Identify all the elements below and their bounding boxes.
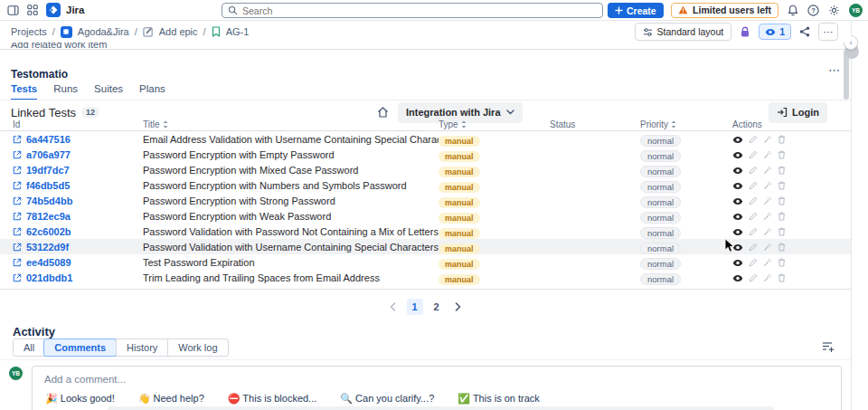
edit-test-button[interactable] xyxy=(749,150,758,159)
restrictions-lock-button[interactable] xyxy=(740,26,750,38)
quick-reply-button[interactable]: ✅ This is on track xyxy=(458,393,540,405)
comment-composer[interactable]: Add a comment... 🎉 Looks good!👋 Need hel… xyxy=(32,366,842,410)
activity-tab-history[interactable]: History xyxy=(116,339,167,356)
edit-test-button[interactable] xyxy=(749,227,758,236)
page-button-2[interactable]: 2 xyxy=(429,299,445,315)
tab-tests[interactable]: Tests xyxy=(11,83,37,100)
column-header-type[interactable]: Type xyxy=(439,119,550,129)
app-switcher-button[interactable] xyxy=(27,5,38,15)
delete-test-button[interactable] xyxy=(778,212,786,221)
view-test-button[interactable] xyxy=(732,136,743,144)
edit-test-button[interactable] xyxy=(749,181,758,190)
delete-test-button[interactable] xyxy=(778,273,786,282)
edit-test-button[interactable] xyxy=(749,135,758,144)
view-test-button[interactable] xyxy=(732,213,743,221)
delete-test-button[interactable] xyxy=(778,196,786,205)
view-test-button[interactable] xyxy=(732,197,743,205)
view-test-button[interactable] xyxy=(732,243,743,252)
view-test-button[interactable] xyxy=(732,259,743,267)
quick-reply-button[interactable]: 👋 Need help? xyxy=(138,393,204,405)
pencil-icon xyxy=(749,150,758,159)
activity-tab-comments[interactable]: Comments xyxy=(43,338,117,357)
test-id-link[interactable]: 19df7dc7 xyxy=(26,165,70,176)
test-id-link[interactable]: 6a447516 xyxy=(26,134,71,145)
activity-tab-all[interactable]: All xyxy=(14,339,44,356)
test-id-link[interactable]: a706a977 xyxy=(26,149,71,160)
breadcrumb-issue-key[interactable]: AG-1 xyxy=(226,26,250,37)
unlink-test-button[interactable] xyxy=(763,273,772,282)
activity-tab-worklog[interactable]: Work log xyxy=(167,339,227,356)
delete-test-button[interactable] xyxy=(778,227,786,236)
view-test-button[interactable] xyxy=(732,182,743,190)
unlink-test-button[interactable] xyxy=(763,227,772,236)
breadcrumb-project[interactable]: Agoda&Jira xyxy=(78,26,129,37)
unlink-test-button[interactable] xyxy=(763,196,772,205)
view-test-button[interactable] xyxy=(732,167,743,175)
edit-test-button[interactable] xyxy=(749,212,758,221)
unlink-test-button[interactable] xyxy=(763,258,772,267)
home-button[interactable] xyxy=(377,107,389,118)
breadcrumb-add-epic[interactable]: Add epic xyxy=(159,26,198,37)
unlink-icon xyxy=(763,181,772,190)
share-button[interactable] xyxy=(799,26,810,37)
delete-test-button[interactable] xyxy=(778,181,786,190)
next-page-button[interactable] xyxy=(450,299,467,315)
unlink-test-button[interactable] xyxy=(763,181,772,190)
unlink-icon xyxy=(763,227,772,236)
tab-plans[interactable]: Plans xyxy=(139,83,165,100)
view-test-button[interactable] xyxy=(732,228,743,236)
limited-users-button[interactable]: Limited users left xyxy=(671,3,778,18)
tab-suites[interactable]: Suites xyxy=(94,83,123,100)
test-id-link[interactable]: 74b5d4bb xyxy=(26,195,72,206)
user-avatar[interactable]: YB xyxy=(849,4,863,17)
edit-test-button[interactable] xyxy=(749,243,758,252)
breadcrumb-projects[interactable]: Projects xyxy=(11,26,47,37)
view-test-button[interactable] xyxy=(732,274,743,282)
delete-test-button[interactable] xyxy=(778,243,786,252)
test-id-link[interactable]: 62c6002b xyxy=(26,226,71,237)
unlink-test-button[interactable] xyxy=(763,212,772,221)
tab-runs[interactable]: Runs xyxy=(53,83,78,100)
table-bottom-divider xyxy=(0,289,851,290)
unlink-test-button[interactable] xyxy=(763,243,772,252)
column-header-priority[interactable]: Priority xyxy=(640,119,732,129)
edit-test-button[interactable] xyxy=(749,196,758,205)
notifications-button[interactable] xyxy=(788,5,798,16)
column-header-title[interactable]: Title xyxy=(143,119,439,129)
sidebar-toggle-button[interactable] xyxy=(7,5,19,16)
delete-test-button[interactable] xyxy=(778,258,786,267)
chevron-down-icon xyxy=(506,110,514,115)
test-id-link[interactable]: 53122d9f xyxy=(26,242,69,253)
delete-test-button[interactable] xyxy=(778,135,786,144)
unlink-test-button[interactable] xyxy=(763,135,772,144)
test-id-link[interactable]: ee4d5089 xyxy=(26,257,71,268)
page-button-1[interactable]: 1 xyxy=(407,299,423,315)
edit-test-button[interactable] xyxy=(749,166,758,175)
previous-page-button[interactable] xyxy=(385,299,401,315)
delete-test-button[interactable] xyxy=(778,150,786,159)
activity-sort-button[interactable] xyxy=(822,341,835,356)
test-id-link[interactable]: 021dbdb1 xyxy=(26,272,72,283)
settings-button[interactable] xyxy=(828,5,840,16)
unlink-test-button[interactable] xyxy=(763,166,772,175)
test-id-link[interactable]: f46db5d5 xyxy=(26,180,70,191)
testomatio-more-button[interactable]: ⋯ xyxy=(828,63,841,77)
jira-logo-icon[interactable] xyxy=(46,3,61,17)
create-button[interactable]: Create xyxy=(608,3,664,18)
comment-input[interactable]: Add a comment... xyxy=(33,367,841,385)
delete-test-button[interactable] xyxy=(778,166,786,175)
help-button[interactable]: ? xyxy=(807,5,819,16)
search-input[interactable] xyxy=(242,5,597,16)
quick-reply-button[interactable]: 🎉 Looks good! xyxy=(45,393,115,405)
global-search[interactable] xyxy=(222,3,603,18)
quick-reply-button[interactable]: ⛔ This is blocked... xyxy=(228,393,317,405)
issue-more-actions-button[interactable]: ⋯ xyxy=(818,23,838,41)
edit-test-button[interactable] xyxy=(749,273,758,282)
test-id-link[interactable]: 7812ec9a xyxy=(26,211,71,222)
view-test-button[interactable] xyxy=(732,151,743,159)
watchers-button[interactable]: 1 xyxy=(759,24,791,40)
unlink-test-button[interactable] xyxy=(763,150,772,159)
standard-layout-button[interactable]: Standard layout xyxy=(635,23,732,41)
edit-test-button[interactable] xyxy=(749,258,758,267)
quick-reply-button[interactable]: 🔍 Can you clarify...? xyxy=(340,393,434,405)
